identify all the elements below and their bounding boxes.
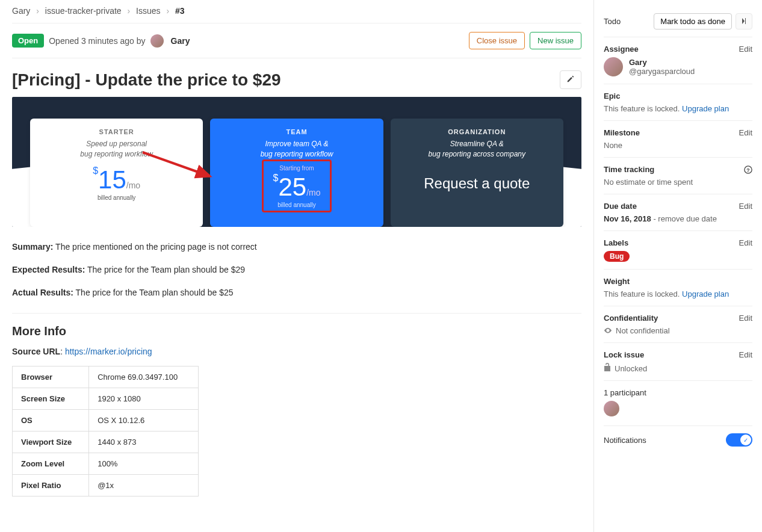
eye-icon [604, 327, 612, 333]
breadcrumb-user[interactable]: Gary [12, 6, 30, 16]
svg-line-0 [143, 152, 210, 176]
opened-ago: Opened 3 minutes ago by [49, 36, 145, 46]
breadcrumb-repo[interactable]: issue-tracker-private [45, 6, 122, 16]
labels-label: Labels [604, 238, 628, 247]
remove-due-date[interactable]: - remove due date [653, 214, 717, 223]
annotation-arrow [138, 149, 222, 191]
participant-avatar[interactable] [604, 401, 619, 416]
table-row: OSOS X 10.12.6 [13, 410, 199, 431]
assignee-handle: @garygasparcloud [629, 67, 695, 76]
sidebar-collapse-button[interactable] [736, 13, 752, 29]
chevron-right-icon [741, 18, 747, 24]
time-tracking-value: No estimate or time spent [604, 178, 752, 187]
assignee-name[interactable]: Gary [629, 58, 695, 67]
divider [12, 313, 581, 314]
notifications-toggle[interactable]: ✓ [726, 433, 752, 447]
pricing-card-team: TEAM Improve team QA &bug reporting work… [210, 119, 383, 227]
source-url-line: Source URL: https://marker.io/pricing [12, 347, 581, 356]
assignee-edit[interactable]: Edit [739, 45, 752, 54]
more-info-heading: More Info [12, 324, 581, 338]
lock-issue-label: Lock issue [604, 350, 644, 359]
table-row: Zoom Level100% [13, 453, 199, 475]
help-icon[interactable]: ? [744, 165, 752, 174]
new-issue-button[interactable]: New issue [530, 32, 581, 49]
participants-label: 1 participant [604, 388, 752, 397]
author-name[interactable]: Gary [171, 36, 190, 46]
pricing-card-org: ORGANIZATION Streamline QA &bug reportin… [391, 119, 563, 227]
annotation-highlight: Starting from $25/mo billed annually [262, 159, 332, 212]
confidentiality-label: Confidentiality [604, 314, 658, 323]
issue-title: [Pricing] - Update the price to $29 [12, 70, 281, 90]
lock-issue-value: Unlocked [615, 364, 647, 373]
confidentiality-edit[interactable]: Edit [739, 314, 752, 323]
table-row: Screen Size1920 x 1080 [13, 388, 199, 410]
milestone-value: None [604, 141, 752, 150]
close-issue-button[interactable]: Close issue [469, 32, 525, 49]
assignee-label: Assignee [604, 45, 639, 54]
source-url-link[interactable]: https://marker.io/pricing [65, 347, 152, 356]
issue-description: Summary: The price mentioned on the pric… [12, 240, 581, 300]
mark-todo-done-button[interactable]: Mark todo as done [654, 13, 732, 29]
milestone-edit[interactable]: Edit [739, 128, 752, 137]
author-avatar[interactable] [150, 34, 164, 48]
label-bug[interactable]: Bug [604, 251, 630, 262]
labels-edit[interactable]: Edit [739, 238, 752, 247]
weight-label: Weight [604, 277, 630, 286]
due-date-edit[interactable]: Edit [739, 202, 752, 211]
confidentiality-value: Not confidential [616, 326, 670, 335]
breadcrumb-section[interactable]: Issues [136, 6, 160, 16]
table-row: Viewport Size1440 x 873 [13, 431, 199, 453]
table-row: Pixel Ratio@1x [13, 475, 199, 496]
issue-screenshot: STARTER Speed up personalbug reporting w… [12, 97, 581, 227]
time-tracking-label: Time tracking [604, 165, 654, 174]
table-row: BrowserChrome 69.0.3497.100 [13, 367, 199, 388]
breadcrumb-id: #3 [175, 6, 185, 16]
pencil-icon [566, 75, 575, 83]
epic-label: Epic [604, 91, 620, 101]
issue-meta-row: Open Opened 3 minutes ago by Gary Close … [12, 23, 581, 58]
due-date-label: Due date [604, 202, 637, 211]
notifications-label: Notifications [604, 436, 646, 445]
environment-table: BrowserChrome 69.0.3497.100Screen Size19… [12, 366, 199, 496]
lock-issue-edit[interactable]: Edit [739, 350, 752, 359]
upgrade-plan-link-2[interactable]: Upgrade plan [682, 289, 729, 298]
milestone-label: Milestone [604, 128, 640, 137]
status-badge: Open [12, 34, 44, 48]
sidebar: Todo Mark todo as done AssigneeEdit Gary… [593, 0, 762, 532]
due-date-value: Nov 16, 2018 [604, 214, 651, 223]
breadcrumb: Gary › issue-tracker-private › Issues › … [12, 6, 581, 23]
assignee-avatar[interactable] [604, 57, 623, 76]
edit-title-button[interactable] [560, 70, 581, 89]
svg-text:?: ? [746, 167, 749, 173]
upgrade-plan-link[interactable]: Upgrade plan [682, 104, 729, 113]
todo-label: Todo [604, 17, 621, 26]
unlock-icon [604, 363, 611, 371]
